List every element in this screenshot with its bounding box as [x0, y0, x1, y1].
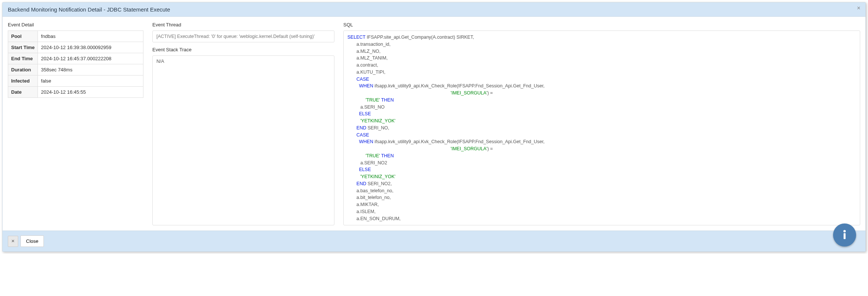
sql-line: CASE	[347, 132, 856, 139]
sql-line: SELECT IFSAPP.site_api.Get_Company(A.con…	[347, 34, 856, 41]
sql-line: a.contract,	[347, 62, 856, 69]
sql-line: END SERI_NO,	[347, 125, 856, 132]
sql-line: a.bit_telefon_no,	[347, 194, 856, 201]
sql-line: CASE	[347, 76, 856, 83]
detail-label: Pool	[8, 31, 38, 42]
detail-label: End Time	[8, 53, 38, 64]
thread-for: for	[216, 34, 224, 39]
dialog-title: Backend Monitoring Notification Detail -…	[8, 6, 170, 13]
sql-line: a.MIKTAR,	[347, 201, 856, 208]
sql-line: a.SERI_NO	[347, 104, 856, 111]
table-row: Duration 358sec 748ms	[8, 64, 143, 75]
table-row: Infected false	[8, 75, 143, 87]
table-row: Pool fndbas	[8, 31, 143, 42]
sql-column: SQL SELECT IFSAPP.site_api.Get_Company(A…	[343, 22, 860, 225]
table-row: Start Time 2024-10-12 16:39:38.000092959	[8, 42, 143, 53]
close-button[interactable]: Close	[20, 235, 44, 247]
notification-detail-dialog: Backend Monitoring Notification Detail -…	[2, 2, 866, 252]
sql-label: SQL	[343, 22, 860, 28]
sql-line: 'IMEI_SORGULA') =	[347, 90, 856, 97]
sql-line: 'YETKINIZ_YOK'	[347, 173, 856, 180]
detail-value: fndbas	[38, 31, 143, 42]
detail-value: 2024-10-12 16:45:37.000222208	[38, 53, 143, 64]
detail-value: false	[38, 75, 143, 87]
detail-label: Date	[8, 87, 38, 98]
dialog-body: Event Detail Pool fndbas Start Time 2024…	[3, 17, 865, 231]
sql-line: WHEN ifsapp.kvk_utility9_api.Kvk_Check_R…	[347, 138, 856, 145]
event-detail-column: Event Detail Pool fndbas Start Time 2024…	[8, 22, 143, 225]
detail-label: Duration	[8, 64, 38, 75]
sql-line: a.EN_SON_DURUM,	[347, 215, 856, 222]
event-detail-table: Pool fndbas Start Time 2024-10-12 16:39:…	[8, 30, 143, 98]
sql-line: 'TRUE' THEN	[347, 152, 856, 160]
sql-line: a.MLZ_NO,	[347, 48, 856, 55]
info-fab-button[interactable]	[833, 223, 856, 247]
thread-prefix: [ACTIVE] ExecuteThread:	[156, 34, 211, 39]
sql-line: WHEN ifsapp.kvk_utility9_api.Kvk_Check_R…	[347, 83, 856, 90]
detail-value: 358sec 748ms	[38, 64, 143, 75]
sql-line: 'TRUE' THEN	[347, 97, 856, 104]
detail-label: Start Time	[8, 42, 38, 53]
sql-line: a.ISLEM,	[347, 208, 856, 215]
thread-queue-label: queue:	[224, 34, 239, 39]
sql-line: 'IMEI_SORGULA') =	[347, 145, 856, 152]
sql-line: a.KUTU_TIPI,	[347, 69, 856, 76]
sql-line: a.bas_telefon_no,	[347, 187, 856, 194]
sql-line: a.MLZ_TANIM,	[347, 55, 856, 62]
dialog-footer: × Close	[3, 231, 865, 251]
event-stack-trace-label: Event Stack Trace	[152, 47, 334, 52]
stack-trace-value: N/A	[156, 59, 164, 64]
info-icon	[839, 229, 851, 242]
table-row: End Time 2024-10-12 16:45:37.000222208	[8, 53, 143, 64]
footer-close-x-button[interactable]: ×	[8, 236, 18, 247]
dialog-close-icon[interactable]: ×	[855, 5, 862, 12]
sql-line: 'YETKINIZ_YOK'	[347, 118, 856, 125]
thread-num: '0'	[211, 34, 216, 39]
event-thread-column: Event Thread [ACTIVE] ExecuteThread: '0'…	[152, 22, 334, 225]
svg-rect-1	[843, 233, 845, 239]
dialog-header: Backend Monitoring Notification Detail -…	[3, 3, 865, 17]
sql-line: a.transaction_id,	[347, 41, 856, 48]
thread-queue-value: 'weblogic.kernel.Default (self-tuning)'	[239, 34, 314, 39]
event-stack-trace-box: N/A	[152, 55, 334, 225]
detail-value: 2024-10-12 16:39:38.000092959	[38, 42, 143, 53]
event-detail-label: Event Detail	[8, 22, 143, 28]
sql-line: ELSE	[347, 166, 856, 173]
sql-line: END SERI_NO2,	[347, 180, 856, 187]
event-thread-label: Event Thread	[152, 22, 334, 28]
detail-value: 2024-10-12 16:45:55	[38, 87, 143, 98]
table-row: Date 2024-10-12 16:45:55	[8, 87, 143, 98]
sql-line: ELSE	[347, 110, 856, 118]
svg-point-0	[843, 230, 846, 232]
detail-label: Infected	[8, 75, 38, 87]
event-thread-box: [ACTIVE] ExecuteThread: '0' for queue: '…	[152, 30, 334, 42]
sql-line: a.SERI_NO2	[347, 160, 856, 167]
sql-box[interactable]: SELECT IFSAPP.site_api.Get_Company(A.con…	[343, 30, 860, 225]
